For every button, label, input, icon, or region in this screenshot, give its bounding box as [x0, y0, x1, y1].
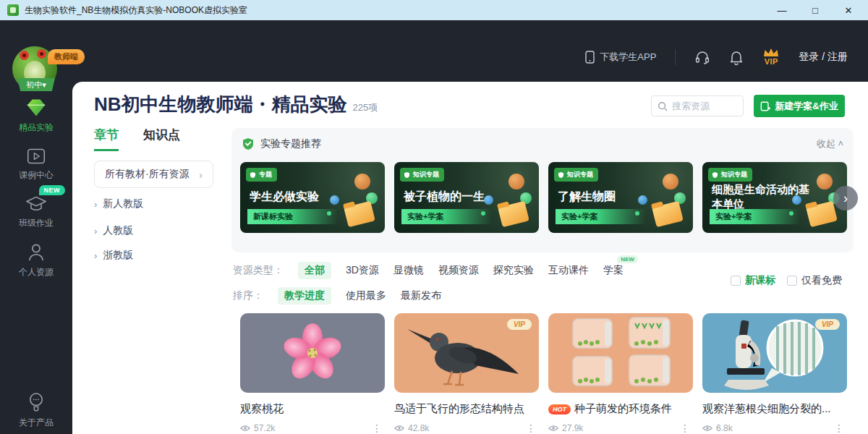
experiment-card-grid: 观察桃花 57.2k ⋮: [240, 313, 847, 434]
tree-item-new-renjiao[interactable]: › 新人教版: [94, 197, 143, 210]
type-chip-3d[interactable]: 3D资源: [346, 264, 379, 277]
maximize-button[interactable]: □: [809, 5, 822, 16]
support-button[interactable]: [694, 49, 710, 65]
promo-card-cell-basic-unit[interactable]: 知识专题 细胞是生命活动的基本单位 实验+学案: [702, 162, 847, 233]
download-student-app-label: 下载学生APP: [600, 51, 656, 64]
sidebar-label: 班级作业: [19, 217, 54, 229]
close-button[interactable]: ✕: [842, 5, 855, 16]
sidebar-item-personal-resources[interactable]: 个人资源: [0, 243, 72, 278]
frog-eye: [20, 51, 29, 60]
promo-badge: 专题: [246, 168, 277, 182]
hot-badge: HOT: [548, 404, 571, 414]
tab-chapters[interactable]: 章节: [94, 127, 119, 151]
main-content: NB初中生物教师端・精品实验 225项 新建学案&作业 章节 知识点 所有教材·…: [72, 82, 868, 434]
sidebar-item-about-product[interactable]: 关于产品: [0, 392, 72, 429]
promo-card-biosphere[interactable]: 知识专题 了解生物圈 实验+学案: [548, 162, 693, 233]
promo-card-angiosperm-life[interactable]: 知识专题 被子植物的一生 实验+学案: [394, 162, 539, 233]
promo-badge: 知识专题: [554, 168, 598, 182]
new-document-icon: [760, 101, 770, 111]
tree-item-renjiao[interactable]: › 人教版: [94, 224, 133, 237]
gem-icon: [26, 98, 46, 117]
sidebar-item-featured-experiments[interactable]: 精品实验: [0, 98, 72, 134]
card-title: 观察洋葱根尖细胞分裂的...: [702, 402, 847, 416]
sort-chip-newest[interactable]: 最新发布: [401, 289, 441, 302]
experiment-card-bird-flight[interactable]: VIP 鸟适于飞行的形态结构特点 42.8k ⋮: [394, 313, 539, 434]
sort-chip-most-used[interactable]: 使用最多: [346, 289, 386, 302]
sort-row: 排序： 教学进度 使用最多 最新发布: [233, 287, 441, 305]
frog-eye: [37, 49, 46, 59]
card-title: 观察桃花: [240, 402, 385, 416]
notifications-button[interactable]: [729, 49, 744, 65]
create-lesson-label: 新建学案&作业: [775, 100, 838, 113]
type-chip-inquiry[interactable]: 探究实验: [493, 264, 534, 277]
promo-card-title: 学生必做实验: [250, 190, 319, 205]
sidebar-item-class-homework[interactable]: NEW 班级作业: [0, 195, 72, 229]
tree-item-zhejiao[interactable]: › 浙教版: [94, 249, 133, 262]
search-input[interactable]: [672, 101, 730, 111]
create-lesson-button[interactable]: 新建学案&作业: [754, 95, 845, 117]
vip-button[interactable]: VIP: [762, 48, 780, 66]
promo-card-title: 被子植物的一生: [404, 190, 485, 205]
promo-card-required-experiments[interactable]: 专题 学生必做实验 新课标实验: [240, 162, 385, 233]
type-chip-microscope[interactable]: 显微镜: [393, 264, 424, 277]
experiment-card-seed-germination[interactable]: HOT 种子萌发的环境条件 27.9k ⋮: [548, 313, 693, 434]
vip-label: VIP: [765, 58, 778, 66]
folder-icon: [498, 201, 529, 227]
tab-knowledge-points[interactable]: 知识点: [143, 127, 180, 151]
crown-icon: [762, 48, 780, 57]
sidebar-item-lesson-center[interactable]: 课例中心: [0, 148, 72, 182]
app-shell: 下载学生APP VIP 登录 / 注册 教师端 初中▾ 精品实验 课例中心 NE…: [0, 20, 868, 434]
shield-icon: [404, 171, 410, 179]
shield-icon: [242, 137, 255, 150]
promo-card-tag: 新课标实验: [247, 209, 338, 224]
sidebar-label: 关于产品: [19, 417, 54, 429]
checkbox-label: 新课标: [745, 274, 775, 287]
sort-chip-progress[interactable]: 教学进度: [278, 287, 331, 305]
checkbox-free-only[interactable]: 仅看免费: [787, 274, 842, 287]
window-title: 生物实验软件_NB生物模拟仿真实验-NOBOOK虚拟实验室: [25, 4, 247, 17]
eye-icon: [702, 425, 712, 432]
type-chip-video[interactable]: 视频资源: [438, 264, 479, 277]
person-icon: [27, 243, 45, 262]
more-options-button[interactable]: ⋮: [677, 422, 693, 434]
grade-selector[interactable]: 初中▾: [17, 78, 55, 91]
type-chip-lesson-plan[interactable]: 学案NEW: [603, 264, 624, 277]
tree-label: 浙教版: [103, 249, 133, 262]
search-icon: [658, 101, 668, 111]
experiment-card-peach-flower[interactable]: 观察桃花 57.2k ⋮: [240, 313, 385, 434]
carousel-next-button[interactable]: ›: [833, 186, 858, 210]
page-title: NB初中生物教师端・精品实验: [94, 92, 347, 117]
minimize-button[interactable]: —: [775, 5, 788, 16]
collapse-banner-button[interactable]: 收起 ˄: [817, 137, 843, 150]
more-options-button[interactable]: ⋮: [831, 422, 847, 434]
promo-badge: 知识专题: [400, 168, 444, 182]
resource-type-label: 资源类型：: [233, 264, 284, 277]
more-options-button[interactable]: ⋮: [523, 422, 539, 434]
download-student-app-button[interactable]: 下载学生APP: [585, 51, 656, 64]
more-options-button[interactable]: ⋮: [369, 422, 385, 434]
experiment-card-onion-root-cells[interactable]: VIP 观察洋葱根尖细胞分裂的... 6.8k ⋮: [702, 313, 847, 434]
promo-banner: 实验专题推荐 收起 ˄ 专题 学生必做实验 新课标实验 知识专题 被子植物的一生…: [231, 128, 854, 252]
sidebar-label: 精品实验: [19, 122, 54, 134]
microscope-image: VIP: [702, 313, 847, 393]
phone-icon: [585, 51, 595, 64]
vip-badge: VIP: [815, 319, 840, 330]
checkbox-new-curriculum[interactable]: 新课标: [731, 274, 775, 287]
peach-flower-image: [240, 313, 385, 393]
type-chip-all[interactable]: 全部: [298, 262, 331, 279]
view-count: 42.8k: [394, 423, 429, 433]
vip-badge: VIP: [507, 319, 532, 330]
bell-icon: [729, 49, 744, 65]
bird-image: VIP: [394, 313, 539, 393]
folder-icon: [806, 201, 838, 227]
resource-type-filter-row: 资源类型： 全部 3D资源 显微镜 视频资源 探究实验 互动课件 学案NEW: [233, 262, 624, 279]
checkbox-icon[interactable]: [731, 276, 741, 286]
type-chip-courseware[interactable]: 互动课件: [548, 264, 589, 277]
textbook-filter-dropdown[interactable]: 所有教材·所有资源 ›: [94, 161, 213, 188]
result-count: 225项: [353, 101, 378, 114]
tree-label: 新人教版: [103, 197, 143, 210]
checkbox-icon[interactable]: [787, 276, 797, 286]
search-box[interactable]: [651, 95, 744, 116]
login-register-link[interactable]: 登录 / 注册: [799, 51, 848, 64]
promo-3d-icons: [327, 174, 379, 226]
